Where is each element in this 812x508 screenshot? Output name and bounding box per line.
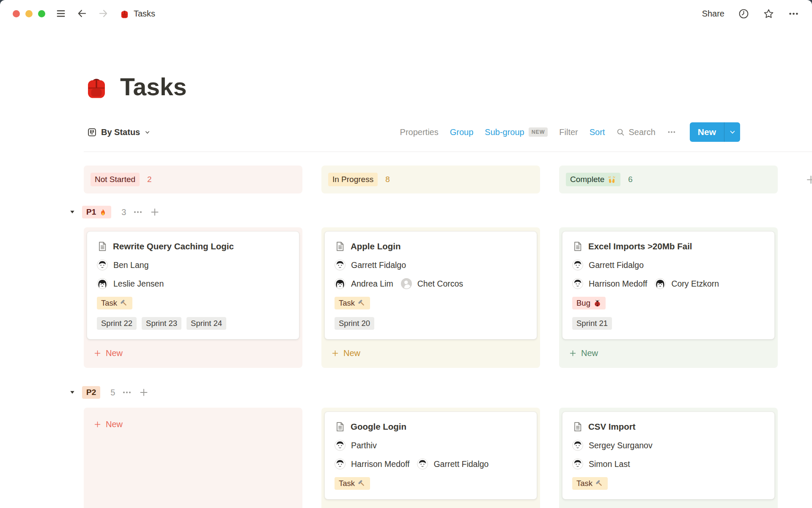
app-window: Tasks Share Tasks By Status Properties G…: [0, 0, 812, 508]
assignee-row: Ben Lang: [97, 260, 289, 271]
assignee-row: Harrison Medoff Garrett Fidalgo: [335, 458, 527, 469]
column-count: 8: [385, 175, 390, 184]
collapse-toggle-icon[interactable]: [69, 209, 75, 215]
search-button[interactable]: Search: [616, 127, 655, 137]
chevron-down-icon: [729, 128, 736, 136]
add-card-button[interactable]: New: [87, 416, 299, 433]
backpack-icon[interactable]: [84, 74, 109, 99]
backpack-icon: [120, 9, 129, 19]
subgroup-button[interactable]: Sub-group: [485, 127, 524, 137]
plus-icon: [93, 420, 102, 428]
favorite-star-icon[interactable]: [763, 8, 774, 19]
status-badge[interactable]: Not Started: [91, 173, 140, 186]
assignee: Cory Etzkorn: [655, 278, 719, 289]
card-title: Excel Imports >20Mb Fail: [588, 241, 692, 251]
task-card[interactable]: Excel Imports >20Mb Fail Garrett Fidalgo…: [562, 231, 775, 340]
cell-p1-not-started: Rewrite Query Caching Logic Ben Lang Les…: [84, 227, 302, 368]
minimize-window-button[interactable]: [25, 10, 33, 17]
view-more-icon[interactable]: [667, 127, 676, 137]
collapse-toggle-icon[interactable]: [69, 389, 75, 395]
back-arrow-icon[interactable]: [77, 8, 88, 19]
add-card-button[interactable]: New: [324, 345, 537, 362]
assignee-row: Garrett Fidalgo: [335, 260, 527, 271]
avatar: [335, 260, 346, 271]
hammer-icon: [358, 299, 366, 307]
breadcrumb[interactable]: Tasks: [120, 9, 155, 19]
search-label: Search: [628, 127, 655, 137]
zoom-window-button[interactable]: [38, 10, 45, 17]
column-count: 2: [147, 175, 152, 184]
tag-task: Task: [97, 297, 132, 309]
page-icon: [572, 421, 583, 432]
new-button-dropdown[interactable]: [724, 122, 740, 142]
group-button[interactable]: Group: [450, 127, 474, 137]
avatar: [97, 278, 108, 289]
chevron-down-icon: [144, 129, 151, 135]
group-p1-row: Rewrite Query Caching Logic Ben Lang Les…: [84, 227, 812, 368]
avatar: [655, 278, 666, 289]
assignee: Harrison Medoff: [572, 278, 647, 289]
plus-icon: [93, 349, 102, 357]
tag-bug: Bug: [572, 297, 606, 309]
column-header-not-started: Not Started 2: [84, 166, 302, 193]
raised-hands-icon: [607, 175, 616, 184]
avatar: [335, 440, 346, 451]
properties-button[interactable]: Properties: [400, 127, 439, 137]
toolbar-divider: [84, 152, 812, 152]
filter-button[interactable]: Filter: [559, 127, 578, 137]
card-title: Apple Login: [351, 241, 401, 251]
assignee: Leslie Jensen: [97, 278, 164, 289]
cell-p2-complete: CSV Import Sergey Surganov Simon Last: [559, 408, 778, 508]
column-count: 6: [628, 175, 633, 184]
page-icon: [572, 241, 583, 252]
new-button-label[interactable]: New: [690, 122, 724, 142]
page-icon: [335, 241, 346, 252]
add-column-button[interactable]: [805, 174, 812, 185]
status-badge[interactable]: In Progress: [328, 173, 378, 186]
assignee-row: Parthiv: [335, 440, 527, 451]
close-window-button[interactable]: [13, 10, 20, 17]
window-topbar: Tasks Share: [0, 0, 812, 27]
share-button[interactable]: Share: [702, 9, 724, 19]
avatar: [417, 458, 428, 469]
sidebar-menu-icon[interactable]: [55, 8, 66, 19]
new-button[interactable]: New: [690, 122, 740, 142]
group-badge[interactable]: P2: [82, 386, 100, 399]
add-card-button[interactable]: New: [562, 345, 775, 362]
assignee: Harrison Medoff: [335, 458, 409, 469]
group-p2-row: New Google Login Parthiv: [84, 408, 812, 508]
avatar: [97, 260, 108, 271]
cell-p1-in-progress: Apple Login Garrett Fidalgo Andrea Lim: [321, 227, 540, 368]
task-card[interactable]: CSV Import Sergey Surganov Simon Last: [562, 411, 775, 500]
group-add-icon[interactable]: [139, 387, 149, 398]
sort-button[interactable]: Sort: [590, 127, 605, 137]
updates-clock-icon[interactable]: [738, 8, 749, 19]
assignee: Chet Corcos: [401, 278, 463, 289]
task-card[interactable]: Apple Login Garrett Fidalgo Andrea Lim: [324, 231, 537, 340]
group-more-icon[interactable]: [133, 207, 143, 217]
assignee-row: Harrison Medoff Cory Etzkorn: [572, 278, 765, 289]
more-options-icon[interactable]: [788, 8, 799, 19]
group-badge[interactable]: P1: [82, 206, 111, 218]
cell-p2-not-started: New: [84, 408, 302, 508]
group-more-icon[interactable]: [122, 387, 132, 398]
traffic-lights: [13, 10, 45, 17]
view-toolbar: By Status Properties Group Sub-group NEW…: [0, 122, 812, 142]
avatar: [572, 440, 583, 451]
page-title: Tasks: [120, 73, 187, 101]
task-card[interactable]: Rewrite Query Caching Logic Ben Lang Les…: [87, 231, 299, 340]
task-card[interactable]: Google Login Parthiv Harrison Medoff: [324, 411, 537, 500]
plus-icon: [569, 349, 577, 357]
group-add-icon[interactable]: [150, 207, 160, 217]
assignee: Garrett Fidalgo: [335, 260, 406, 271]
group-count: 3: [121, 207, 126, 217]
add-card-button[interactable]: New: [87, 345, 299, 362]
view-switcher[interactable]: By Status: [87, 127, 151, 137]
page-icon: [335, 421, 346, 432]
tag-task: Task: [572, 477, 608, 490]
tag-sprint: Sprint 24: [187, 317, 226, 330]
status-badge[interactable]: Complete: [566, 173, 620, 186]
forward-arrow-icon[interactable]: [98, 8, 109, 19]
assignee-row: Andrea Lim Chet Corcos: [335, 278, 527, 289]
assignee-row: Garrett Fidalgo: [572, 260, 765, 271]
